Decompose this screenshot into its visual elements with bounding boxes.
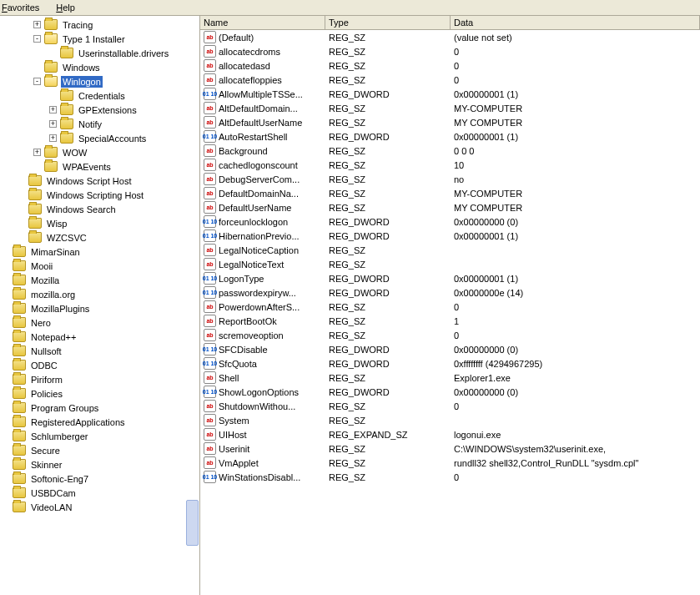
- value-name: Shell: [219, 373, 239, 383]
- tree-node[interactable]: ODBC: [0, 358, 199, 372]
- expand-icon[interactable]: +: [33, 149, 41, 156]
- registry-value-row[interactable]: abReportBootOkREG_SZ1: [200, 314, 700, 328]
- registry-value-row[interactable]: 01 10SFCDisableREG_DWORD0x00000000 (0): [200, 342, 700, 356]
- tree-node[interactable]: Policies: [0, 386, 199, 401]
- value-data: 0: [451, 75, 700, 85]
- value-name: LegalNoticeCaption: [219, 245, 299, 255]
- tree-node[interactable]: +Notify: [0, 117, 199, 131]
- string-value-icon: ab: [204, 400, 216, 412]
- registry-value-row[interactable]: 01 10SfcQuotaREG_DWORD0xffffffff (429496…: [200, 356, 700, 371]
- tree-node[interactable]: Secure: [0, 443, 199, 457]
- no-expand-icon: [2, 248, 9, 255]
- dword-value-icon: 01 10: [204, 386, 216, 398]
- tree-node[interactable]: Schlumberger: [0, 429, 199, 443]
- tree-node[interactable]: Program Groups: [0, 401, 199, 415]
- registry-value-row[interactable]: abAltDefaultUserNameREG_SZMY COMPUTER: [200, 115, 700, 129]
- tree-node[interactable]: +WOW: [0, 145, 199, 159]
- tree-node[interactable]: Softonic-Eng7: [0, 471, 199, 486]
- registry-value-row[interactable]: 01 10passwordexpiryw...REG_DWORD0x000000…: [200, 285, 700, 300]
- tree-node[interactable]: Windows: [0, 60, 199, 74]
- tree-node[interactable]: Nullsoft: [0, 344, 199, 358]
- tree-node[interactable]: Windows Search: [0, 202, 199, 216]
- registry-value-row[interactable]: abAltDefaultDomain...REG_SZMY-COMPUTER: [200, 101, 700, 115]
- tree-node[interactable]: USBDCam: [0, 486, 199, 500]
- column-header-type[interactable]: Type: [325, 16, 451, 29]
- registry-value-row[interactable]: 01 10forceunlocklogonREG_DWORD0x00000000…: [200, 214, 700, 229]
- registry-value-row[interactable]: abcachedlogonscountREG_SZ10: [200, 158, 700, 172]
- registry-value-row[interactable]: 01 10AllowMultipleTSSe...REG_DWORD0x0000…: [200, 87, 700, 101]
- registry-value-row[interactable]: 01 10LogonTypeREG_DWORD0x00000001 (1): [200, 271, 700, 285]
- registry-value-row[interactable]: abShutdownWithou...REG_SZ0: [200, 399, 700, 413]
- tree-node[interactable]: MozillaPlugins: [0, 301, 199, 315]
- menu-help[interactable]: Help: [56, 3, 83, 13]
- tree-node[interactable]: Windows Script Host: [0, 174, 199, 188]
- tree-node-label: Windows: [61, 62, 102, 73]
- tree-node[interactable]: mozilla.org: [0, 287, 199, 301]
- tree-node[interactable]: Userinstallable.drivers: [0, 46, 199, 60]
- registry-value-row[interactable]: abUserinitREG_SZC:\WINDOWS\system32\user…: [200, 441, 700, 456]
- tree-node[interactable]: Mozilla: [0, 273, 199, 287]
- expand-icon[interactable]: +: [49, 106, 57, 113]
- folder-icon: [13, 317, 26, 328]
- collapse-icon[interactable]: -: [33, 35, 41, 43]
- tree-panel[interactable]: +Tracing-Type 1 InstallerUserinstallable…: [0, 16, 200, 595]
- tree-node[interactable]: Mooii: [0, 259, 199, 273]
- registry-value-row[interactable]: 01 10HibernationPrevio...REG_DWORD0x0000…: [200, 229, 700, 243]
- menu-favorites[interactable]: Favorites: [2, 3, 48, 13]
- collapse-icon[interactable]: -: [33, 78, 41, 85]
- tree-node[interactable]: Nero: [0, 315, 199, 330]
- tree-node[interactable]: Skinner: [0, 457, 199, 471]
- registry-value-row[interactable]: aballocatecdromsREG_SZ0: [200, 44, 700, 58]
- main-area: +Tracing-Type 1 InstallerUserinstallable…: [0, 16, 700, 595]
- registry-value-row[interactable]: abShellREG_SZExplorer1.exe: [200, 371, 700, 385]
- registry-value-row[interactable]: ab(Default)REG_SZ(value not set): [200, 30, 700, 44]
- tree-node[interactable]: WPAEvents: [0, 159, 199, 174]
- registry-value-row[interactable]: abSystemREG_SZ: [200, 413, 700, 427]
- registry-value-row[interactable]: abLegalNoticeTextREG_SZ: [200, 257, 700, 271]
- tree-node[interactable]: RegisteredApplications: [0, 415, 199, 429]
- tree-node[interactable]: Piriform: [0, 372, 199, 386]
- value-name: DefaultUserName: [219, 203, 291, 213]
- value-name: ShowLogonOptions: [219, 387, 299, 397]
- tree-node[interactable]: +Tracing: [0, 18, 199, 32]
- expand-icon[interactable]: +: [33, 21, 41, 28]
- registry-value-row[interactable]: abPowerdownAfterS...REG_SZ0: [200, 300, 700, 314]
- tree-node[interactable]: MimarSinan: [0, 245, 199, 259]
- tree-node[interactable]: Notepad++: [0, 330, 199, 344]
- tree-node-label: Piriform: [29, 374, 64, 386]
- registry-value-row[interactable]: 01 10ShowLogonOptionsREG_DWORD0x00000000…: [200, 385, 700, 399]
- tree-node[interactable]: Wisp: [0, 216, 199, 230]
- registry-value-row[interactable]: abBackgroundREG_SZ0 0 0: [200, 144, 700, 158]
- expand-icon[interactable]: +: [49, 120, 57, 128]
- registry-value-row[interactable]: abUIHostREG_EXPAND_SZlogonui.exe: [200, 427, 700, 441]
- tree-node[interactable]: VideoLAN: [0, 500, 199, 514]
- no-expand-icon: [2, 262, 9, 270]
- value-type: REG_DWORD: [325, 217, 451, 227]
- tree-node[interactable]: -Winlogon: [0, 74, 199, 88]
- registry-value-row[interactable]: aballocatedasdREG_SZ0: [200, 58, 700, 73]
- folder-icon: [13, 345, 26, 356]
- tree-node[interactable]: +GPExtensions: [0, 103, 199, 117]
- registry-value-row[interactable]: abDefaultDomainNa...REG_SZMY-COMPUTER: [200, 186, 700, 200]
- registry-value-row[interactable]: 01 10WinStationsDisabl...REG_SZ0: [200, 470, 700, 484]
- column-header-name[interactable]: Name: [200, 16, 325, 29]
- tree-node[interactable]: Windows Scripting Host: [0, 188, 199, 202]
- tree-scrollbar-thumb[interactable]: [186, 500, 199, 546]
- tree-node[interactable]: Credentials: [0, 88, 199, 103]
- column-header-data[interactable]: Data: [451, 16, 700, 29]
- registry-value-row[interactable]: abDebugServerCom...REG_SZno: [200, 172, 700, 186]
- value-type: REG_SZ: [325, 260, 451, 270]
- registry-value-row[interactable]: 01 10AutoRestartShellREG_DWORD0x00000001…: [200, 129, 700, 144]
- tree-node[interactable]: WZCSVC: [0, 230, 199, 245]
- registry-value-row[interactable]: abscremoveoptionREG_SZ0: [200, 328, 700, 342]
- tree-node[interactable]: +SpecialAccounts: [0, 131, 199, 145]
- registry-value-row[interactable]: abLegalNoticeCaptionREG_SZ: [200, 243, 700, 257]
- value-data: Explorer1.exe: [451, 373, 700, 383]
- registry-value-row[interactable]: abVmAppletREG_SZrundll32 shell32,Control…: [200, 456, 700, 470]
- list-panel[interactable]: Name Type Data ab(Default)REG_SZ(value n…: [200, 16, 700, 595]
- expand-icon[interactable]: +: [49, 134, 57, 142]
- registry-value-row[interactable]: abDefaultUserNameREG_SZMY COMPUTER: [200, 200, 700, 214]
- tree-node[interactable]: -Type 1 Installer: [0, 32, 199, 46]
- value-type: REG_SZ: [325, 316, 451, 326]
- registry-value-row[interactable]: aballocatefloppiesREG_SZ0: [200, 73, 700, 87]
